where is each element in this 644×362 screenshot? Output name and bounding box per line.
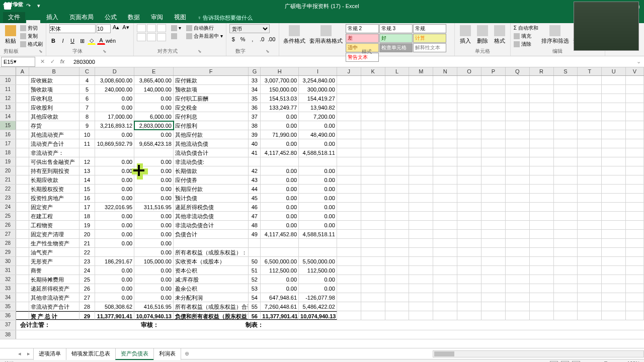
cell[interactable]	[409, 130, 433, 139]
cell[interactable]	[506, 212, 530, 220]
cell[interactable]	[578, 230, 602, 238]
cell[interactable]	[16, 284, 29, 293]
cell[interactable]	[337, 221, 361, 229]
col-header-J[interactable]: J	[337, 67, 361, 75]
cell[interactable]	[481, 221, 506, 229]
cell[interactable]	[409, 194, 433, 202]
cell[interactable]	[506, 266, 530, 275]
cell[interactable]	[16, 148, 29, 157]
cell[interactable]: 35	[249, 94, 261, 103]
cell[interactable]	[337, 121, 361, 130]
cell[interactable]	[457, 257, 481, 265]
cell[interactable]: 240,000.00	[95, 85, 134, 94]
autosum-button[interactable]: Σ 自动求和	[514, 24, 538, 32]
cell[interactable]	[554, 194, 578, 202]
cell[interactable]	[554, 302, 578, 311]
cell[interactable]	[95, 148, 134, 157]
col-header-H[interactable]: H	[261, 67, 299, 75]
cell[interactable]: 15	[79, 185, 96, 193]
expand-formula-icon[interactable]: ⌄	[633, 58, 644, 65]
cell[interactable]: 递延所得税资产	[29, 284, 79, 293]
cell[interactable]	[506, 194, 530, 202]
font-color-button[interactable]: A	[97, 37, 105, 45]
cell[interactable]	[385, 194, 410, 202]
cell[interactable]	[578, 257, 602, 265]
cell[interactable]: 11,377,901.41	[95, 311, 134, 320]
fill-button[interactable]: 填充	[514, 32, 538, 40]
cell[interactable]	[457, 139, 481, 148]
cell[interactable]: 应付账款	[174, 76, 249, 84]
cell[interactable]	[626, 284, 644, 293]
row-header[interactable]: 14	[0, 112, 16, 121]
align-middle-icon[interactable]	[147, 24, 156, 32]
cell[interactable]: 21	[79, 239, 96, 247]
cell[interactable]: 11,377,901.41	[261, 311, 299, 320]
cell[interactable]	[433, 230, 457, 238]
cell[interactable]	[249, 248, 261, 256]
cell[interactable]	[506, 248, 530, 256]
col-header-B[interactable]: B	[29, 67, 79, 75]
cell[interactable]	[457, 185, 481, 193]
cell[interactable]: 4,588,518.11	[299, 148, 337, 157]
cell[interactable]: 154,513.03	[261, 94, 299, 103]
cell[interactable]	[530, 248, 554, 256]
cell[interactable]: 5	[79, 85, 96, 94]
col-header-P[interactable]: P	[481, 67, 506, 75]
cell[interactable]: 持有至到期投资	[29, 166, 79, 175]
cell[interactable]	[16, 248, 29, 256]
cell[interactable]: 5,486,422.02	[299, 302, 337, 311]
horizontal-scrollbar[interactable]	[433, 350, 644, 357]
cell[interactable]	[361, 139, 385, 148]
cell[interactable]	[602, 194, 626, 202]
cell[interactable]	[602, 275, 626, 284]
cell[interactable]	[433, 239, 457, 247]
cell[interactable]	[506, 302, 530, 311]
cell[interactable]	[506, 157, 530, 166]
cell[interactable]	[554, 293, 578, 302]
cell[interactable]	[578, 221, 602, 229]
cell[interactable]: 33	[249, 76, 261, 84]
cell[interactable]: 流动负债合计	[174, 148, 249, 157]
cell[interactable]: 6	[79, 94, 96, 103]
cell[interactable]	[361, 266, 385, 275]
cell[interactable]	[409, 85, 433, 94]
cell[interactable]	[626, 103, 644, 112]
cell[interactable]	[626, 239, 644, 247]
cell[interactable]: 资本公积	[174, 266, 249, 275]
cell[interactable]: 29	[79, 311, 96, 320]
cell[interactable]: 工程物资	[29, 221, 79, 229]
row-header[interactable]: 18	[0, 148, 16, 157]
cell[interactable]	[361, 166, 385, 175]
col-header-D[interactable]: D	[95, 67, 134, 75]
cell[interactable]	[337, 175, 361, 184]
cell[interactable]: 0.00	[95, 175, 134, 184]
cell[interactable]	[530, 76, 554, 84]
cell[interactable]	[530, 221, 554, 229]
cell[interactable]: 流动资产合计	[29, 139, 79, 148]
cell[interactable]	[433, 103, 457, 112]
cell[interactable]	[457, 121, 481, 130]
cell[interactable]: 其他非流动资产	[29, 293, 79, 302]
cell[interactable]: 0.00	[134, 293, 174, 302]
cell[interactable]: 0.00	[134, 266, 174, 275]
cell[interactable]	[16, 293, 29, 302]
cell[interactable]: 0.00	[261, 175, 299, 184]
cell[interactable]	[506, 103, 530, 112]
cell[interactable]	[385, 293, 410, 302]
cell[interactable]	[134, 148, 174, 157]
cell[interactable]: 生产性生物资产	[29, 239, 79, 247]
cell[interactable]: 0.00	[261, 212, 299, 220]
cell[interactable]: 37	[249, 112, 261, 121]
cell[interactable]	[481, 194, 506, 202]
cell[interactable]	[433, 266, 457, 275]
style-常规 2[interactable]: 常规 2	[346, 24, 379, 33]
cell[interactable]	[385, 130, 410, 139]
cell[interactable]	[506, 311, 530, 320]
cell[interactable]	[385, 112, 410, 121]
cell[interactable]	[530, 284, 554, 293]
cell[interactable]: 可供出售金融资产	[29, 157, 79, 166]
cell[interactable]: 固定资产清理	[29, 230, 79, 238]
cell[interactable]: 应交税金	[174, 103, 249, 112]
cell[interactable]: 0.00	[261, 203, 299, 211]
cell[interactable]: 11	[79, 139, 96, 148]
